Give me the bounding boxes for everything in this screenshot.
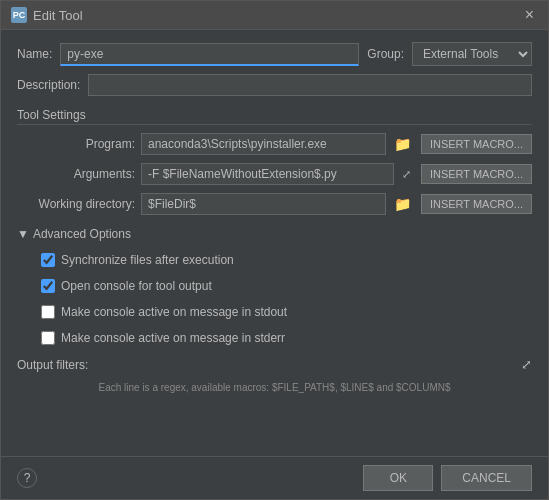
open-console-checkbox[interactable] <box>41 279 55 293</box>
sync-files-row: Synchronize files after execution <box>41 253 532 267</box>
name-input-wrap <box>60 43 359 66</box>
name-input[interactable] <box>60 43 359 66</box>
app-icon: PC <box>11 7 27 23</box>
title-bar-left: PC Edit Tool <box>11 7 83 23</box>
dialog-title: Edit Tool <box>33 8 83 23</box>
sync-files-checkbox[interactable] <box>41 253 55 267</box>
sync-files-label: Synchronize files after execution <box>61 253 234 267</box>
footer-buttons: OK CANCEL <box>363 465 532 491</box>
output-filters-row: Output filters: ⤢ <box>17 357 532 372</box>
close-button[interactable]: × <box>521 7 538 23</box>
program-label: Program: <box>25 137 135 151</box>
dialog-footer: ? OK CANCEL <box>1 456 548 499</box>
arguments-input[interactable] <box>141 163 394 185</box>
arguments-expand-button[interactable]: ⤢ <box>398 166 415 183</box>
program-row: Program: 📁 INSERT MACRO... <box>25 133 532 155</box>
advanced-options-header[interactable]: ▼ Advanced Options <box>17 227 532 241</box>
working-dir-label: Working directory: <box>25 197 135 211</box>
output-hint: Each line is a regex, available macros: … <box>17 380 532 395</box>
tool-settings-header: Tool Settings <box>17 108 532 125</box>
arguments-input-wrap: ⤢ <box>141 163 415 185</box>
program-input[interactable] <box>141 133 386 155</box>
output-filters-label: Output filters: <box>17 358 88 372</box>
make-active-stdout-row: Make console active on message in stdout <box>41 305 532 319</box>
help-button[interactable]: ? <box>17 468 37 488</box>
working-dir-input-wrap: 📁 <box>141 193 415 215</box>
title-bar: PC Edit Tool × <box>1 1 548 30</box>
dialog-content: Name: Group: External Tools Other Descri… <box>1 30 548 456</box>
adv-chevron-icon: ▼ <box>17 227 29 241</box>
description-label: Description: <box>17 78 80 92</box>
arguments-macro-button[interactable]: INSERT MACRO... <box>421 164 532 184</box>
advanced-options-label: Advanced Options <box>33 227 131 241</box>
working-dir-macro-button[interactable]: INSERT MACRO... <box>421 194 532 214</box>
name-group-row: Name: Group: External Tools Other <box>17 42 532 66</box>
make-active-stderr-row: Make console active on message in stderr <box>41 331 532 345</box>
group-label: Group: <box>367 47 404 61</box>
make-active-stdout-label: Make console active on message in stdout <box>61 305 287 319</box>
edit-tool-dialog: PC Edit Tool × Name: Group: External Too… <box>0 0 549 500</box>
working-dir-input[interactable] <box>141 193 386 215</box>
ok-button[interactable]: OK <box>363 465 433 491</box>
cancel-button[interactable]: CANCEL <box>441 465 532 491</box>
program-browse-button[interactable]: 📁 <box>390 134 415 154</box>
description-row: Description: <box>17 74 532 96</box>
make-active-stdout-checkbox[interactable] <box>41 305 55 319</box>
program-input-wrap: 📁 <box>141 133 415 155</box>
open-console-label: Open console for tool output <box>61 279 212 293</box>
arguments-label: Arguments: <box>25 167 135 181</box>
make-active-stderr-checkbox[interactable] <box>41 331 55 345</box>
arguments-row: Arguments: ⤢ INSERT MACRO... <box>25 163 532 185</box>
working-dir-browse-button[interactable]: 📁 <box>390 194 415 214</box>
group-select[interactable]: External Tools Other <box>412 42 532 66</box>
program-macro-button[interactable]: INSERT MACRO... <box>421 134 532 154</box>
working-dir-row: Working directory: 📁 INSERT MACRO... <box>25 193 532 215</box>
name-label: Name: <box>17 47 52 61</box>
make-active-stderr-label: Make console active on message in stderr <box>61 331 285 345</box>
open-console-row: Open console for tool output <box>41 279 532 293</box>
output-expand-button[interactable]: ⤢ <box>521 357 532 372</box>
description-input[interactable] <box>88 74 532 96</box>
